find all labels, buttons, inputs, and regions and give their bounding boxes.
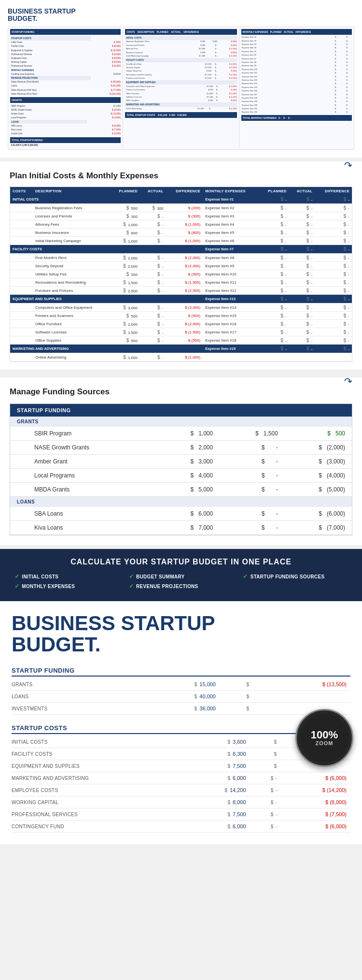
- cost-row-contingency: CONTINGENCY FUND $ 6,000 $ - $ (6,000): [12, 821, 350, 833]
- table-row: Security Deposit $ 2,000 $ - $ (2,000) E…: [10, 262, 352, 270]
- cost-actual: $ -: [250, 796, 281, 808]
- loan-diff: $ (7,000): [285, 521, 352, 535]
- cost-row-professional: PROFESSIONAL SERVICES $ 7,500 $ - $ (7,5…: [12, 808, 350, 821]
- startup-funding-header: STARTUP FUNDING: [12, 667, 350, 677]
- grant-name: NASE Growth Grants: [10, 441, 155, 455]
- cost-planned: $ 7,500: [187, 760, 250, 772]
- banner-features: ✓ INITIAL COSTS ✓ MONTHLY EXPENSES ✓ BUD…: [10, 573, 352, 592]
- grant-actual: $ -: [220, 455, 285, 469]
- table-row: Initial Marketing Campaign $ 1,000 $ - $…: [10, 237, 352, 245]
- grants-header: GRANTS: [10, 417, 352, 427]
- cost-planned: $ 7,500: [187, 808, 250, 821]
- loan-planned: $ 6,000: [155, 507, 220, 521]
- main-title: BUSINESS STARTUP BUDGET.: [12, 613, 350, 655]
- funding-diff: [254, 691, 350, 703]
- grant-actual: $ -: [220, 483, 285, 497]
- monthly-expense-13: Expense Item #13: [203, 295, 260, 303]
- loan-row-kiva: Kiva Loans $ 7,000 $ - $ (7,000): [10, 521, 352, 535]
- grant-row-sbir: SBIR Program $ 1,000 $ 1,500 $ 500: [10, 427, 352, 441]
- cost-diff: $ (8,000): [281, 796, 350, 808]
- checkmark-icon: ✓: [14, 573, 19, 580]
- plan-section-title: Plan Initial Costs & Monthly Expenses: [10, 171, 158, 180]
- grant-planned: $ 2,000: [155, 441, 220, 455]
- monthly-expense-5: Expense Item #5: [203, 229, 260, 237]
- cost-diff: $ (6,000): [281, 772, 350, 784]
- cost-row-label: FACILITY COSTS: [12, 748, 187, 760]
- cost-actual: $ -: [250, 821, 281, 833]
- loan-planned: $ 7,000: [155, 521, 220, 535]
- table-row: Business Insurance $ 800 $ - $ (800) Exp…: [10, 229, 352, 237]
- cost-actual: $ -: [250, 808, 281, 821]
- grant-diff: $ (3,000): [285, 455, 352, 469]
- grant-planned: $ 3,000: [155, 455, 220, 469]
- col-actual: ACTUAL: [140, 187, 166, 195]
- arrow-icon: ↷: [344, 159, 352, 171]
- monthly-expense-3: Expense Item #3: [203, 212, 260, 220]
- table-row: Office Supplies $ 500 $ - $ (500) Expens…: [10, 336, 352, 345]
- col-difference: DIFFERENCE: [166, 187, 203, 195]
- grant-row-local: Local Programs $ 4,000 $ - $ (4,000): [10, 469, 352, 483]
- loan-actual: $ -: [220, 521, 285, 535]
- grant-name: SBIR Program: [10, 427, 155, 441]
- grant-actual: $ -: [220, 441, 285, 455]
- monthly-expense-17: Expense Item #17: [203, 328, 260, 336]
- initial-costs-header: INITIAL COSTS Expense Item #1 $ - $ - $ …: [10, 195, 352, 204]
- cost-row-label: EQUIPMENT AND SUPPLIES: [12, 760, 187, 772]
- plan-section: Plan Initial Costs & Monthly Expenses ↷ …: [0, 161, 362, 370]
- startup-funding-table: GRANTS $ 15,000 $ $ (13,500) LOANS $ 40,…: [12, 678, 350, 715]
- funding-table-container: STARTUP FUNDING GRANTS SBIR Program $ 1,…: [10, 404, 352, 535]
- grant-planned: $ 1,000: [155, 427, 220, 441]
- banner-main-text: CALCULATE YOUR STARTUP BUDGET IN ONE PLA…: [10, 558, 352, 566]
- funding-actual: $: [220, 703, 254, 715]
- zoom-label: ZOOM: [316, 740, 334, 746]
- funding-actual: $: [220, 678, 254, 691]
- funding-row-label: GRANTS: [12, 678, 132, 691]
- table-row: Office Furniture $ 2,000 $ - $ (2,000) E…: [10, 320, 352, 328]
- monthly-expense-14: Expense Item #14: [203, 303, 260, 312]
- grant-row-mbda: MBDA Grants $ 5,000 $ - $ (5,000): [10, 483, 352, 497]
- monthly-expense-8: Expense Item #8: [203, 254, 260, 262]
- grant-planned: $ 4,000: [155, 469, 220, 483]
- table-row: Printers and Scanners $ 500 $ - $ (500) …: [10, 312, 352, 320]
- cost-row-label: WORKING CAPITAL: [12, 796, 187, 808]
- funding-header-label: STARTUP FUNDING: [10, 404, 352, 417]
- funding-row-label: LOANS: [12, 691, 132, 703]
- funding-section-title: Manage Funding Sources: [10, 387, 110, 396]
- table-row: Computers and Office Equipment $ 3,000 $…: [10, 303, 352, 312]
- monthly-expense-7: Expense Item #7: [203, 245, 260, 254]
- grant-row-nase: NASE Growth Grants $ 2,000 $ - $ (2,000): [10, 441, 352, 455]
- grant-row-amber: Amber Grant $ 3,000 $ - $ (3,000): [10, 455, 352, 469]
- checkmark-icon-2: ✓: [14, 583, 19, 590]
- cost-row-employee: EMPLOYEE COSTS $ 14,200 $ - $ (14,200): [12, 784, 350, 796]
- zoom-badge: 100% ZOOM: [295, 709, 353, 767]
- table-row: Attorney Fees $ 1,000 $ - $ (1,000) Expe…: [10, 220, 352, 229]
- monthly-expense-9: Expense Item #9: [203, 262, 260, 270]
- cost-row-equipment: EQUIPMENT AND SUPPLIES $ 7,500 $: [12, 760, 350, 772]
- spreadsheet-title: BUSINESS STARTUP BUDGET.: [8, 8, 354, 23]
- monthly-expense-10: Expense Item #10: [203, 270, 260, 278]
- cost-actual: $: [250, 760, 281, 772]
- cost-diff: $ (7,500): [281, 808, 350, 821]
- monthly-expense-2: Expense Item #2: [203, 204, 260, 212]
- checkmark-icon-4: ✓: [129, 583, 134, 590]
- grant-name: Local Programs: [10, 469, 155, 483]
- checkmark-icon-5: ✓: [243, 573, 248, 580]
- loans-label: LOANS: [10, 497, 352, 507]
- banner-item-budget: ✓ BUDGET SUMMARY: [129, 573, 234, 580]
- banner-col-2: ✓ BUDGET SUMMARY ✓ REVENUE PROJECTIONS: [124, 573, 238, 592]
- cost-row-working-capital: WORKING CAPITAL $ 8,000 $ - $ (8,000): [12, 796, 350, 808]
- grant-actual: $ -: [220, 469, 285, 483]
- arrow-icon-2: ↷: [344, 375, 352, 387]
- loan-actual: $ -: [220, 507, 285, 521]
- plan-table-container: COSTS DESCRIPTION PLANNED ACTUAL DIFFERE…: [10, 187, 352, 362]
- funding-planned: $ 40,000: [132, 691, 220, 703]
- banner-col-1: ✓ INITIAL COSTS ✓ MONTHLY EXPENSES: [10, 573, 124, 592]
- col-monthly-diff: DIFFERENCE: [315, 187, 352, 195]
- table-row: Utilities Setup Fee $ 300 $ - $ (300) Ex…: [10, 270, 352, 278]
- cost-row-label: MARKETING AND ADVERTISING: [12, 772, 187, 784]
- cost-planned: $ 14,200: [187, 784, 250, 796]
- cost-row-label: EMPLOYEE COSTS: [12, 784, 187, 796]
- funding-planned: $ 36,000: [132, 703, 220, 715]
- banner-item-revenue: ✓ REVENUE PROJECTIONS: [129, 583, 234, 590]
- cost-planned: $ 6,000: [187, 821, 250, 833]
